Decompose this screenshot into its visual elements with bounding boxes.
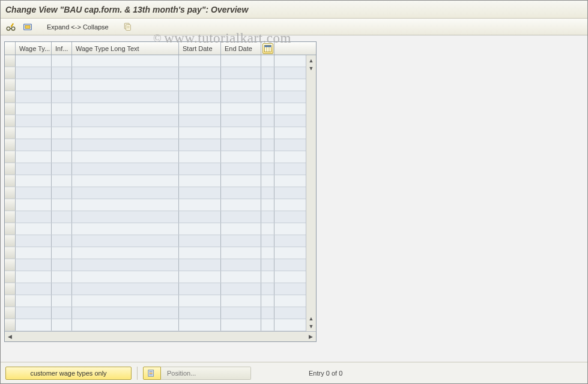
cell-inf[interactable]	[52, 235, 72, 247]
cell-end-date[interactable]	[221, 187, 261, 199]
cell-inf[interactable]	[52, 283, 72, 295]
row-selector[interactable]	[5, 211, 16, 223]
row-selector[interactable]	[5, 55, 16, 67]
table-row[interactable]	[5, 187, 306, 199]
row-selector[interactable]	[5, 283, 16, 295]
cell-wage-type[interactable]	[16, 259, 52, 271]
row-selector[interactable]	[5, 307, 16, 319]
cell-start-date[interactable]	[179, 91, 221, 103]
cell-long-text[interactable]	[72, 247, 179, 259]
position-button[interactable]: Position...	[161, 367, 251, 380]
cell-wage-type[interactable]	[16, 235, 52, 247]
cell-inf[interactable]	[52, 139, 72, 151]
cell-start-date[interactable]	[179, 139, 221, 151]
row-selector[interactable]	[5, 163, 16, 175]
cell-inf[interactable]	[52, 67, 72, 79]
cell-inf[interactable]	[52, 211, 72, 223]
cell-inf[interactable]	[52, 307, 72, 319]
cell-long-text[interactable]	[72, 187, 179, 199]
cell-start-date[interactable]	[179, 319, 221, 331]
table-row[interactable]	[5, 259, 306, 271]
copy-button[interactable]	[120, 21, 135, 33]
cell-start-date[interactable]	[179, 271, 221, 283]
cell-long-text[interactable]	[72, 55, 179, 67]
cell-inf[interactable]	[52, 187, 72, 199]
cell-long-text[interactable]	[72, 91, 179, 103]
cell-long-text[interactable]	[72, 175, 179, 187]
scroll-up-step-button[interactable]: ▲	[308, 314, 315, 322]
row-selector[interactable]	[5, 295, 16, 307]
row-selector-header[interactable]	[5, 42, 16, 55]
cell-long-text[interactable]	[72, 307, 179, 319]
table-row[interactable]	[5, 199, 306, 211]
cell-end-date[interactable]	[221, 67, 261, 79]
cell-long-text[interactable]	[72, 283, 179, 295]
cell-wage-type[interactable]	[16, 91, 52, 103]
scroll-right-button[interactable]: ▶	[307, 333, 315, 341]
cell-long-text[interactable]	[72, 103, 179, 115]
table-row[interactable]	[5, 151, 306, 163]
cell-inf[interactable]	[52, 163, 72, 175]
table-row[interactable]	[5, 139, 306, 151]
cell-inf[interactable]	[52, 175, 72, 187]
cell-wage-type[interactable]	[16, 55, 52, 67]
cell-long-text[interactable]	[72, 115, 179, 127]
cell-long-text[interactable]	[72, 79, 179, 91]
scroll-down-button[interactable]: ▼	[308, 322, 315, 330]
table-row[interactable]	[5, 115, 306, 127]
row-selector[interactable]	[5, 175, 16, 187]
cell-end-date[interactable]	[221, 295, 261, 307]
scroll-down-step-button[interactable]: ▼	[308, 64, 315, 72]
table-row[interactable]	[5, 247, 306, 259]
cell-end-date[interactable]	[221, 223, 261, 235]
row-selector[interactable]	[5, 247, 16, 259]
cell-long-text[interactable]	[72, 139, 179, 151]
cell-inf[interactable]	[52, 115, 72, 127]
col-header-long-text[interactable]: Wage Type Long Text	[72, 42, 179, 55]
table-row[interactable]	[5, 103, 306, 115]
cell-end-date[interactable]	[221, 163, 261, 175]
table-row[interactable]	[5, 175, 306, 187]
table-row[interactable]	[5, 55, 306, 67]
cell-inf[interactable]	[52, 103, 72, 115]
cell-wage-type[interactable]	[16, 283, 52, 295]
cell-start-date[interactable]	[179, 163, 221, 175]
cell-end-date[interactable]	[221, 319, 261, 331]
cell-start-date[interactable]	[179, 223, 221, 235]
row-selector[interactable]	[5, 103, 16, 115]
cell-end-date[interactable]	[221, 271, 261, 283]
cell-long-text[interactable]	[72, 199, 179, 211]
cell-inf[interactable]	[52, 259, 72, 271]
cell-wage-type[interactable]	[16, 139, 52, 151]
cell-end-date[interactable]	[221, 247, 261, 259]
cell-start-date[interactable]	[179, 103, 221, 115]
row-selector[interactable]	[5, 67, 16, 79]
cell-start-date[interactable]	[179, 283, 221, 295]
cell-long-text[interactable]	[72, 295, 179, 307]
cell-long-text[interactable]	[72, 67, 179, 79]
cell-start-date[interactable]	[179, 259, 221, 271]
cell-wage-type[interactable]	[16, 127, 52, 139]
horizontal-scrollbar[interactable]: ◀ ▶	[5, 331, 316, 341]
row-selector[interactable]	[5, 199, 16, 211]
table-row[interactable]	[5, 319, 306, 331]
cell-inf[interactable]	[52, 271, 72, 283]
cell-wage-type[interactable]	[16, 115, 52, 127]
table-row[interactable]	[5, 163, 306, 175]
cell-long-text[interactable]	[72, 211, 179, 223]
cell-start-date[interactable]	[179, 247, 221, 259]
cell-end-date[interactable]	[221, 283, 261, 295]
cell-wage-type[interactable]	[16, 163, 52, 175]
cell-wage-type[interactable]	[16, 187, 52, 199]
cell-end-date[interactable]	[221, 307, 261, 319]
vertical-scrollbar[interactable]: ▲ ▼ ▲ ▼	[306, 55, 316, 331]
row-selector[interactable]	[5, 115, 16, 127]
row-selector[interactable]	[5, 151, 16, 163]
cell-long-text[interactable]	[72, 223, 179, 235]
cell-start-date[interactable]	[179, 55, 221, 67]
cell-start-date[interactable]	[179, 199, 221, 211]
cell-start-date[interactable]	[179, 307, 221, 319]
cell-inf[interactable]	[52, 247, 72, 259]
cell-long-text[interactable]	[72, 163, 179, 175]
cell-end-date[interactable]	[221, 139, 261, 151]
